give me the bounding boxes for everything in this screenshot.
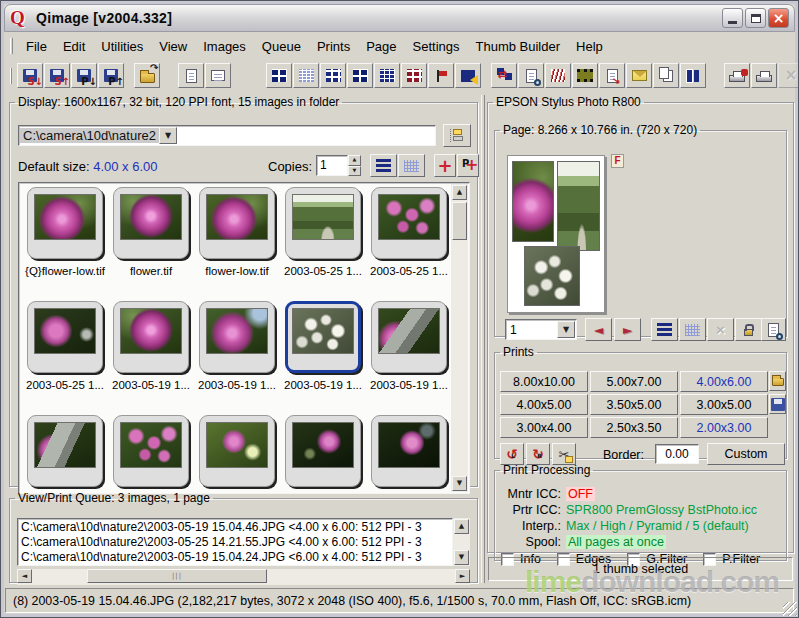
flag-marker-button[interactable] <box>428 63 454 88</box>
thumbnail-item[interactable] <box>22 415 108 491</box>
filter-effects-button[interactable] <box>545 63 571 88</box>
thumb-size-large-button[interactable] <box>347 63 373 88</box>
save-queue-p-button[interactable] <box>71 63 97 88</box>
queue-hscroll-thumb[interactable]: ||| <box>87 569 267 583</box>
print-size-2x3-button[interactable]: 2.00x3.00 <box>680 417 768 438</box>
folder-path-combo[interactable]: C:\camera\10d\nature2 ▼ <box>18 125 436 146</box>
crop-button[interactable]: ✂ <box>552 443 576 465</box>
menubar-grip[interactable] <box>10 38 13 54</box>
queue-list[interactable]: C:\camera\10d\nature2\2003-05-19 15.04.4… <box>17 518 453 566</box>
minimize-button[interactable] <box>722 8 743 28</box>
printer-setup-button[interactable] <box>724 63 750 88</box>
panel-splitter[interactable] <box>481 95 485 583</box>
rotate-left-button[interactable]: ↺ <box>500 443 524 465</box>
thumbnail-item[interactable]: 2003-05-25 1... <box>366 187 452 301</box>
load-sizes-button[interactable] <box>769 371 786 391</box>
print-size-8x10-button[interactable]: 8.00x10.00 <box>500 371 588 392</box>
thumb-size-tiny-button[interactable] <box>266 63 292 88</box>
thumbnail-item[interactable]: {Q}flower-low.tif <box>22 187 108 301</box>
thumbnail-item[interactable]: 2003-05-25 1... <box>280 187 366 301</box>
print-button[interactable] <box>751 63 777 88</box>
filmstrip-button[interactable] <box>572 63 598 88</box>
thumbnail-item-selected[interactable]: 2003-05-19 1... <box>280 301 366 415</box>
print-size-3x4-button[interactable]: 3.00x4.00 <box>500 417 588 438</box>
queue-hscrollbar[interactable]: ◄ ||| ► <box>17 569 470 585</box>
thumbnail-item[interactable]: 2003-05-25 1... <box>22 301 108 415</box>
zoom-preview-button[interactable] <box>518 63 544 88</box>
next-page-button[interactable]: ► <box>614 318 641 341</box>
border-input[interactable]: 0.00 <box>655 444 699 464</box>
copies-up-icon[interactable]: ▲ <box>348 155 361 166</box>
page-number-combo[interactable]: 1 ▼ <box>505 319 577 340</box>
queue-scroll-right-icon[interactable]: ► <box>455 569 470 583</box>
thumbnail-item[interactable] <box>194 415 280 491</box>
menu-utilities[interactable]: Utilities <box>93 36 151 57</box>
print-size-3x5-button[interactable]: 3.00x5.00 <box>680 394 768 415</box>
toolbar-grip[interactable] <box>10 68 12 84</box>
thumbnail-item[interactable]: 2003-05-19 1... <box>194 301 280 415</box>
page-number-dropdown-icon[interactable]: ▼ <box>557 321 575 338</box>
menu-file[interactable]: File <box>18 36 55 57</box>
print-size-5x7-button[interactable]: 5.00x7.00 <box>590 371 678 392</box>
title-bar[interactable]: Q Qimage [v2004.332] × <box>4 4 795 32</box>
thumbnail-item[interactable]: 2003-05-19 1... <box>366 301 452 415</box>
select-page-button[interactable] <box>455 63 481 88</box>
thumbnail-item[interactable]: 2003-05-19 1... <box>108 301 194 415</box>
load-queue-p-button[interactable] <box>98 63 124 88</box>
send-to-page-button[interactable]: → <box>599 63 625 88</box>
folder-path-dropdown-icon[interactable]: ▼ <box>159 127 177 144</box>
menu-help[interactable]: Help <box>568 36 611 57</box>
add-print-button[interactable]: + <box>434 154 456 177</box>
queue-scroll-down-icon[interactable]: ▼ <box>454 550 469 565</box>
print-size-2.5x3.5-button[interactable]: 2.50x3.50 <box>590 417 678 438</box>
queue-scroll-up-icon[interactable]: ▲ <box>454 519 469 534</box>
page-landscape-button[interactable] <box>205 63 231 88</box>
preview-photo-2[interactable] <box>557 161 600 251</box>
menu-prints[interactable]: Prints <box>309 36 358 57</box>
menu-queue[interactable]: Queue <box>254 36 309 57</box>
thumbnail-item[interactable] <box>108 415 194 491</box>
open-folder-button[interactable] <box>134 63 160 88</box>
add-print-page-button[interactable] <box>457 154 479 177</box>
queue-vscrollbar[interactable]: ▲ ▼ <box>453 518 470 566</box>
zoom-page-button[interactable] <box>761 318 786 341</box>
scroll-down-icon[interactable]: ▼ <box>452 476 467 491</box>
scroll-up-icon[interactable]: ▲ <box>452 185 467 200</box>
compare-columns-button[interactable] <box>680 63 706 88</box>
save-queue-s-button[interactable] <box>17 63 43 88</box>
queue-scroll-left-icon[interactable]: ◄ <box>17 569 32 583</box>
refresh-thumbs-button[interactable] <box>491 63 517 88</box>
thumb-grid-red-button[interactable] <box>401 63 427 88</box>
thumb-grid-button[interactable] <box>374 63 400 88</box>
thumbnail-item[interactable]: flower.tif <box>108 187 194 301</box>
queue-row[interactable]: C:\camera\10d\nature2\2003-05-19 15.04.4… <box>21 520 452 535</box>
menu-images[interactable]: Images <box>195 36 254 57</box>
custom-size-button[interactable]: Custom <box>707 443 785 465</box>
page-preview[interactable] <box>507 155 605 313</box>
folder-tree-button[interactable] <box>443 124 471 147</box>
maximize-button[interactable] <box>745 8 766 28</box>
grid-view-button[interactable] <box>398 154 425 177</box>
queue-row[interactable]: C:\camera\10d\nature2\2003-05-19 15.04.2… <box>21 550 452 565</box>
thumbnail-item[interactable] <box>366 415 452 491</box>
print-size-4x5-button[interactable]: 4.00x5.00 <box>500 394 588 415</box>
load-queue-s-button[interactable] <box>44 63 70 88</box>
print-size-3.5x5-button[interactable]: 3.50x5.00 <box>590 394 678 415</box>
rotate-right-button[interactable]: ↻ <box>526 443 550 465</box>
page-list-view-button[interactable] <box>651 318 678 341</box>
list-view-button[interactable] <box>370 154 397 177</box>
preview-photo-3[interactable] <box>524 246 580 305</box>
thumb-size-medium-button[interactable] <box>320 63 346 88</box>
menu-settings[interactable]: Settings <box>405 36 468 57</box>
copy-pages-button[interactable] <box>653 63 679 88</box>
menu-view[interactable]: View <box>151 36 195 57</box>
print-size-4x6-button[interactable]: 4.00x6.00 <box>680 371 768 392</box>
menu-page[interactable]: Page <box>358 36 404 57</box>
page-portrait-button[interactable] <box>178 63 204 88</box>
lock-layout-button[interactable] <box>735 318 762 341</box>
thumbnail-scrollbar[interactable]: ▲ ▼ <box>451 184 468 492</box>
prev-page-button[interactable]: ◄ <box>585 318 612 341</box>
page-grid-view-button[interactable] <box>679 318 706 341</box>
scrollbar-thumb[interactable] <box>452 202 467 240</box>
queue-row[interactable]: C:\camera\10d\nature2\2003-05-25 14.21.5… <box>21 535 452 550</box>
